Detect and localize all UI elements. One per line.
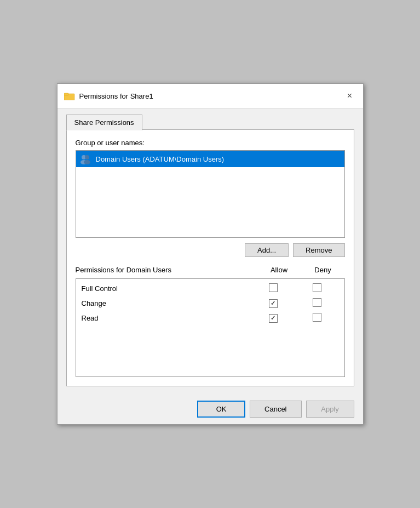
dialog-footer: OK Cancel Apply	[57, 394, 363, 424]
add-remove-row: Add... Remove	[76, 243, 345, 257]
deny-col-header: Deny	[301, 266, 345, 274]
tab-share-permissions[interactable]: Share Permissions	[66, 115, 142, 130]
user-item[interactable]: Domain Users (ADATUM\Domain Users)	[76, 151, 344, 167]
remove-button[interactable]: Remove	[293, 243, 344, 257]
tab-header: Share Permissions	[66, 114, 354, 130]
user-list: Domain Users (ADATUM\Domain Users)	[76, 150, 345, 238]
permissions-for-label: Permissions for Domain Users	[76, 266, 257, 274]
group-section-label: Group or user names:	[76, 139, 345, 147]
perm-read-deny	[295, 313, 339, 323]
full-control-deny-checkbox[interactable]	[313, 283, 321, 292]
dialog-title: Permissions for Share1	[79, 92, 153, 100]
close-button[interactable]: ×	[343, 89, 356, 102]
perm-change-allow	[251, 299, 295, 308]
perm-change-label: Change	[82, 299, 251, 307]
perm-change-deny	[295, 298, 339, 309]
add-button[interactable]: Add...	[245, 243, 289, 257]
permissions-dialog: Permissions for Share1 × Share Permissio…	[57, 83, 364, 425]
read-deny-checkbox[interactable]	[313, 313, 321, 322]
perm-full-control-allow	[251, 283, 295, 294]
title-bar-left: Permissions for Share1	[64, 92, 153, 100]
permissions-box: Full Control Change	[76, 278, 345, 377]
allow-col-header: Allow	[257, 266, 301, 274]
user-name: Domain Users (ADATUM\Domain Users)	[96, 155, 225, 163]
svg-rect-1	[64, 93, 68, 95]
perm-row-full-control: Full Control	[82, 283, 339, 294]
folder-icon	[64, 92, 75, 100]
dialog-content: Share Permissions Group or user names:	[57, 109, 363, 394]
change-allow-checkbox[interactable]	[269, 299, 278, 308]
ok-button[interactable]: OK	[197, 401, 245, 418]
perm-read-allow	[251, 313, 295, 323]
full-control-allow-checkbox[interactable]	[269, 283, 278, 292]
tab-content: Group or user names: Domain Users (	[66, 129, 354, 386]
perm-full-control-deny	[295, 283, 339, 294]
apply-button[interactable]: Apply	[306, 401, 354, 418]
users-icon	[79, 153, 91, 165]
svg-point-5	[84, 160, 90, 164]
title-bar: Permissions for Share1 ×	[57, 84, 363, 109]
perm-row-read: Read	[82, 313, 339, 323]
svg-point-4	[85, 155, 89, 159]
perm-row-change: Change	[82, 298, 339, 309]
cancel-button[interactable]: Cancel	[250, 401, 301, 418]
perm-full-control-label: Full Control	[82, 284, 251, 293]
change-deny-checkbox[interactable]	[313, 298, 321, 307]
permissions-header: Permissions for Domain Users Allow Deny	[76, 264, 345, 276]
perm-read-label: Read	[82, 314, 251, 322]
read-allow-checkbox[interactable]	[269, 314, 278, 323]
